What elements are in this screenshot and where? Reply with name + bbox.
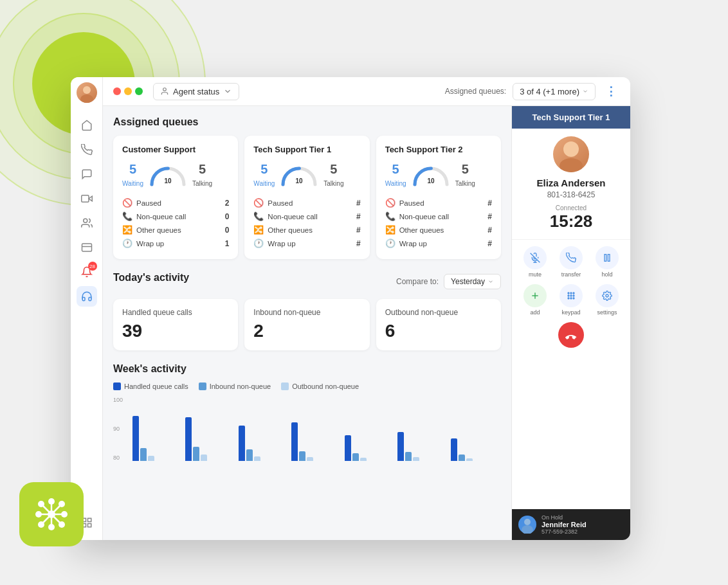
gauge-row: 5 Waiting 10 5 Talking [122, 162, 229, 188]
assigned-queues-title: Assigned queues [113, 116, 501, 128]
hold-button[interactable]: hold [596, 246, 619, 278]
agent-status-button[interactable]: Agent status [153, 83, 239, 100]
transfer-button[interactable]: transfer [560, 246, 583, 278]
bar-group [291, 422, 341, 461]
svg-rect-22 [82, 244, 91, 251]
sidebar-item-notifications[interactable]: 28 [77, 262, 97, 282]
assigned-queues-label: Assigned queues: [445, 87, 506, 96]
add-button[interactable]: add [523, 284, 547, 316]
add-label: add [530, 309, 540, 316]
keypad-label: keypad [561, 309, 580, 316]
queue-card-title: Tech Support Tier 2 [385, 145, 492, 154]
activity-card-label: Inbound non-queue [253, 308, 360, 317]
bar-group [451, 438, 501, 461]
activity-card-handled: Handled queue calls 39 [113, 299, 238, 350]
bar-handled [132, 416, 139, 461]
on-hold-label: On Hold [541, 514, 624, 521]
bar-handled [345, 435, 351, 461]
list-item: 🕐 Wrap up # [385, 237, 492, 250]
content-area: Assigned queues Customer Support 5 Waiti… [103, 106, 630, 540]
on-hold-avatar [518, 516, 536, 534]
bar-handled [291, 422, 298, 461]
svg-point-48 [570, 298, 572, 299]
sidebar-item-card[interactable] [77, 237, 97, 258]
right-panel: Tech Support Tier 1 Eliza Andersen 801-3… [511, 106, 630, 540]
close-button[interactable] [113, 87, 121, 95]
bar-inbound [459, 455, 465, 461]
mute-label: mute [529, 271, 541, 278]
svg-text:10: 10 [164, 177, 172, 184]
end-call-button[interactable] [558, 322, 584, 348]
queue-stats-list: 🚫 Paused # 📞 Non-queue call # 🔀 [385, 196, 492, 250]
queue-card-customer-support: Customer Support 5 Waiting 10 [113, 136, 238, 259]
svg-text:10: 10 [296, 177, 304, 184]
sidebar-item-video[interactable] [77, 188, 97, 209]
svg-point-41 [568, 292, 569, 294]
list-item: 🔀 Other queues # [385, 223, 492, 237]
weeks-activity-section: Week's activity Handled queue calls Inbo… [113, 363, 501, 461]
queue-selector-value: 3 of 4 (+1 more) [520, 87, 579, 96]
compare-select[interactable]: Yesterday [444, 274, 501, 289]
svg-point-49 [573, 298, 574, 299]
bar-handled [239, 426, 245, 461]
keypad-button[interactable]: keypad [560, 284, 583, 316]
today-activity-header: Today's activity Compare to: Yesterday [113, 272, 501, 291]
svg-point-32 [563, 141, 579, 157]
bar-inbound [140, 448, 147, 461]
titlebar-right: Assigned queues: 3 of 4 (+1 more) ⋮ [445, 82, 620, 100]
bar-group [132, 416, 183, 461]
on-hold-name: Jennifer Reid [541, 521, 624, 528]
list-item: 📞 Non-queue call # [385, 210, 492, 223]
minimize-button[interactable] [124, 87, 132, 95]
svg-line-13 [41, 504, 51, 514]
sidebar-item-contacts[interactable] [77, 213, 97, 233]
list-item: 🚫 Paused # [253, 196, 360, 210]
settings-label: settings [597, 309, 617, 316]
sidebar-item-headset[interactable] [77, 286, 97, 307]
main-scroll[interactable]: Assigned queues Customer Support 5 Waiti… [103, 106, 511, 540]
panel-header: Tech Support Tier 1 [512, 106, 630, 129]
queue-stats-list: 🚫 Paused # 📞 Non-queue call # 🔀 [253, 196, 360, 250]
bar-handled [397, 432, 404, 461]
legend-item-handled: Handled queue calls [113, 382, 188, 390]
svg-point-28 [163, 88, 167, 91]
bar-group [239, 426, 289, 461]
bar-inbound [299, 451, 305, 461]
avatar [77, 82, 97, 103]
bar-outbound [148, 456, 154, 461]
hold-icon [596, 246, 619, 269]
svg-point-44 [568, 295, 569, 296]
talking-stat: 5 Talking [192, 162, 212, 188]
activity-card-outbound: Outbound non-queue 6 [376, 299, 501, 350]
bar-inbound [246, 449, 253, 461]
maximize-button[interactable] [135, 87, 143, 95]
main-window: 28 Agent status Assigned queu [71, 77, 630, 540]
caller-avatar [553, 136, 589, 172]
svg-point-45 [570, 295, 572, 296]
queue-card-tech-support-1: Tech Support Tier 1 5 Waiting 10 [244, 136, 369, 259]
bar-outbound [360, 458, 367, 461]
legend-item-inbound: Inbound non-queue [199, 382, 271, 390]
queue-card-title: Tech Support Tier 1 [253, 145, 360, 154]
queue-card-title: Customer Support [122, 145, 229, 154]
sidebar-item-chat[interactable] [77, 164, 97, 184]
queue-selector[interactable]: 3 of 4 (+1 more) [513, 83, 596, 100]
legend-dot-inbound [199, 382, 206, 390]
mute-button[interactable]: mute [523, 246, 547, 278]
activity-card-value: 6 [385, 321, 492, 341]
gauge-chart: 10 [280, 164, 318, 187]
svg-point-21 [83, 219, 87, 222]
svg-point-17 [83, 86, 91, 94]
queue-stats-list: 🚫 Paused 2 📞 Non-queue call 0 🔀 [122, 196, 229, 250]
list-item: 🔀 Other queues 0 [122, 223, 229, 237]
settings-button[interactable]: settings [596, 284, 619, 316]
svg-point-43 [573, 292, 574, 294]
sidebar-item-phone[interactable] [77, 140, 97, 160]
bar-outbound [413, 457, 419, 461]
sidebar-item-home[interactable] [77, 115, 97, 136]
talking-stat: 5 Talking [455, 162, 475, 188]
bar-group [345, 435, 395, 461]
more-options-button[interactable]: ⋮ [602, 82, 620, 100]
on-hold-info: On Hold Jennifer Reid 577-559-2382 [541, 514, 624, 535]
bar-outbound [201, 455, 207, 461]
